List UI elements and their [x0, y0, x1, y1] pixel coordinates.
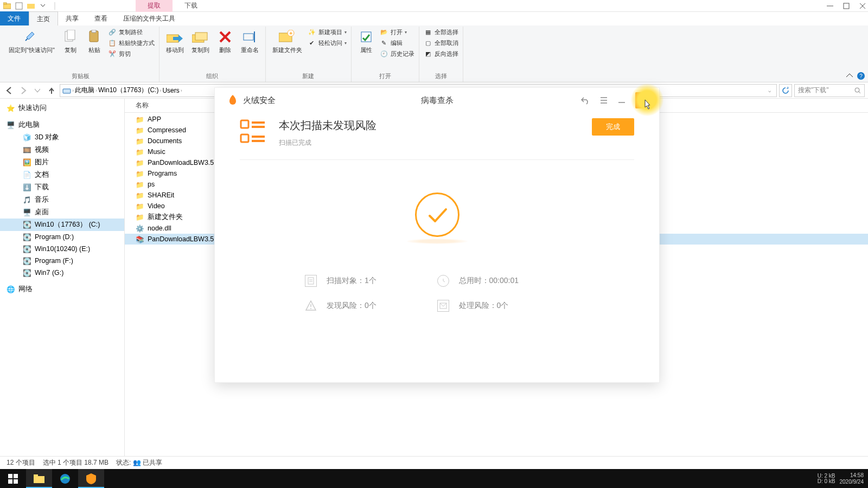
- tree-network[interactable]: 🌐网络: [0, 283, 124, 296]
- refresh-button[interactable]: [779, 84, 792, 97]
- folder-small-icon[interactable]: [26, 1, 36, 11]
- tree-item[interactable]: 💽Win7 (G:): [0, 267, 124, 279]
- address-dropdown[interactable]: ⌵: [765, 88, 774, 93]
- folder-icon[interactable]: [2, 1, 12, 11]
- svg-text:✦: ✦: [289, 30, 293, 36]
- history-button[interactable]: 🕘历史记录: [380, 49, 414, 58]
- select-all-button[interactable]: ▦全部选择: [424, 28, 458, 36]
- delete-button[interactable]: 删除: [215, 28, 235, 55]
- help-icon[interactable]: ?: [857, 72, 865, 80]
- folder-icon: 📁: [136, 202, 144, 210]
- edit-icon: ✎: [380, 38, 388, 47]
- tree-item[interactable]: 💽Win10(10240) (E:): [0, 243, 124, 255]
- search-input[interactable]: 搜索"下载": [794, 84, 865, 97]
- newfolder-icon: ✦: [279, 29, 295, 45]
- copy-icon: [62, 29, 79, 45]
- breadcrumb[interactable]: Users›: [162, 87, 182, 94]
- taskbar-edge[interactable]: [52, 469, 78, 488]
- tree-item[interactable]: 🖥️桌面: [0, 206, 124, 219]
- nav-up-button[interactable]: [46, 85, 58, 97]
- drive-icon: 💽: [23, 245, 31, 253]
- minimize-icon[interactable]: [618, 97, 626, 104]
- close-icon[interactable]: [859, 3, 866, 9]
- tab-archive-tools[interactable]: 压缩的文件夹工具: [116, 11, 183, 26]
- context-tab-extract[interactable]: 提取: [136, 0, 173, 12]
- tree-item[interactable]: 💽Program (F:): [0, 255, 124, 267]
- ribbon-group-label: 新建: [302, 72, 314, 82]
- nav-back-button[interactable]: [3, 85, 15, 97]
- dropdown-icon[interactable]: [38, 1, 48, 11]
- pin-quick-access-button[interactable]: 固定到"快速访问": [7, 28, 57, 55]
- folder-icon: 📁: [136, 169, 144, 178]
- open-button[interactable]: 📂打开▾: [380, 28, 414, 36]
- stat-risks-handled: 处理风险：0个: [437, 300, 570, 312]
- easy-access-button[interactable]: ✔轻松访问▾: [308, 38, 347, 47]
- new-folder-button[interactable]: ✦新建文件夹: [270, 28, 304, 55]
- search-placeholder: 搜索"下载": [798, 86, 829, 95]
- paste-button[interactable]: 粘贴: [84, 28, 105, 55]
- minimize-icon[interactable]: [827, 3, 833, 9]
- taskbar-huorong[interactable]: [78, 469, 104, 488]
- tab-file[interactable]: 文件: [0, 11, 29, 26]
- tree-item[interactable]: 🧊3D 对象: [0, 131, 124, 144]
- breadcrumb[interactable]: Win10（17763）(C:)›: [98, 86, 161, 95]
- move-to-button[interactable]: 移动到: [164, 28, 186, 55]
- close-button[interactable]: [635, 92, 652, 108]
- tree-item[interactable]: 💽Program (D:): [0, 231, 124, 243]
- tree-item[interactable]: 🖼️图片: [0, 156, 124, 169]
- start-button[interactable]: [0, 469, 26, 488]
- cut-button[interactable]: ✂️剪切: [108, 49, 155, 58]
- ribbon-group-label: 组织: [206, 72, 218, 82]
- checkbox-icon[interactable]: [14, 1, 24, 11]
- edit-button[interactable]: ✎编辑: [380, 38, 414, 47]
- paste-shortcut-button[interactable]: 📋粘贴快捷方式: [108, 38, 155, 47]
- ribbon-collapse-icon[interactable]: [846, 73, 853, 79]
- tree-quick-access[interactable]: ⭐快速访问: [0, 102, 124, 114]
- done-button[interactable]: 完成: [592, 118, 634, 136]
- copy-to-button[interactable]: 复制到: [189, 28, 212, 55]
- svg-rect-37: [241, 120, 248, 128]
- pin-icon: [23, 29, 40, 45]
- ribbon-group-label: 选择: [435, 72, 447, 82]
- link-icon: 🔗: [108, 28, 117, 36]
- search-icon: [854, 87, 861, 94]
- system-tray: U: 2 kB D: 0 kB 14:58 2020/9/24: [818, 472, 864, 485]
- ribbon-group-label: 打开: [379, 72, 391, 82]
- copy-button[interactable]: 复制: [60, 28, 81, 55]
- tree-item[interactable]: 🎵音乐: [0, 194, 124, 206]
- drive-icon: 💽: [23, 256, 31, 265]
- tree-item-selected[interactable]: 💽Win10（17763） (C:): [0, 219, 124, 231]
- tree-item[interactable]: ⬇️下载: [0, 181, 124, 194]
- rename-button[interactable]: 重命名: [239, 28, 261, 55]
- tree-item[interactable]: 📄文档: [0, 169, 124, 181]
- ribbon-group-select: ▦全部选择 ▢全部取消 ◩反向选择 选择: [419, 27, 463, 82]
- list-icon[interactable]: [599, 96, 608, 105]
- svg-rect-16: [195, 33, 207, 40]
- properties-button[interactable]: 属性: [356, 28, 376, 55]
- tree-item[interactable]: 🎞️视频: [0, 144, 124, 156]
- svg-rect-54: [8, 479, 12, 484]
- newitem-icon: ✨: [308, 28, 316, 36]
- maximize-icon[interactable]: [843, 3, 850, 9]
- tab-home[interactable]: 主页: [29, 11, 58, 27]
- undo-icon[interactable]: [581, 96, 590, 105]
- svg-line-9: [25, 38, 28, 41]
- nav-recent-button[interactable]: [31, 85, 43, 97]
- breadcrumb[interactable]: 此电脑›: [75, 86, 97, 95]
- folder-icon: 📁: [136, 115, 144, 124]
- modal-headline: 本次扫描未发现风险: [279, 118, 376, 133]
- ribbon-group-new: ✦新建文件夹 ✨新建项目▾ ✔轻松访问▾ 新建: [266, 27, 352, 82]
- folder-icon: 📁: [136, 126, 144, 134]
- taskbar-explorer[interactable]: [26, 469, 52, 488]
- tab-view[interactable]: 查看: [87, 11, 116, 26]
- tab-share[interactable]: 共享: [58, 11, 87, 26]
- tray-clock[interactable]: 14:58 2020/9/24: [840, 472, 864, 485]
- status-item-count: 12 个项目: [7, 458, 35, 467]
- context-tab-download[interactable]: 下载: [173, 0, 209, 12]
- tree-this-pc[interactable]: 🖥️此电脑: [0, 119, 124, 131]
- copy-path-button[interactable]: 🔗复制路径: [108, 28, 155, 36]
- new-item-button[interactable]: ✨新建项目▾: [308, 28, 347, 36]
- nav-forward-button[interactable]: [17, 85, 29, 97]
- select-invert-button[interactable]: ◩反向选择: [424, 49, 458, 58]
- select-none-button[interactable]: ▢全部取消: [424, 38, 458, 47]
